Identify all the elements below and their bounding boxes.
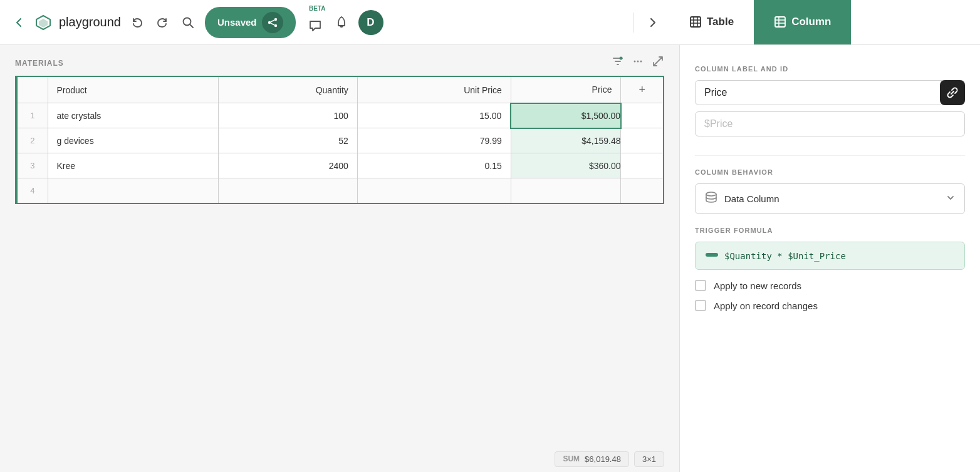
toolbar: playground Unsaved	[0, 0, 980, 45]
row-num-2: 2	[16, 128, 48, 153]
column-icon	[774, 16, 786, 28]
add-column-button[interactable]: +	[630, 83, 654, 96]
link-button[interactable]	[940, 80, 965, 105]
search-button[interactable]	[179, 13, 197, 32]
sum-badge: SUM $6,019.48	[555, 451, 629, 467]
cell-unit-price-2[interactable]: 79.99	[357, 128, 511, 153]
row-num-header	[16, 76, 48, 103]
table-row: 3 Kree 2400 0.15 $360.00	[16, 153, 664, 178]
dimensions-value: 3×1	[642, 454, 656, 464]
panel-tabs: Table Column	[669, 0, 970, 45]
row-num-1: 1	[16, 103, 48, 128]
svg-point-10	[637, 61, 639, 63]
cell-unit-price-3[interactable]: 0.15	[357, 153, 511, 178]
tab-table-label: Table	[707, 16, 734, 28]
cell-product-1[interactable]: ate crystals	[48, 103, 219, 128]
back-button[interactable]	[10, 14, 28, 31]
app-name[interactable]: playground	[59, 15, 121, 29]
svg-point-4	[268, 21, 270, 23]
expand-button[interactable]	[652, 55, 664, 71]
checkbox-apply-changes: Apply on record changes	[695, 300, 965, 311]
notification-button[interactable]	[332, 13, 351, 32]
section-divider-1	[695, 155, 965, 156]
cell-unit-price-4[interactable]	[357, 178, 511, 203]
sum-value: $6,019.48	[585, 454, 621, 464]
behavior-select[interactable]: Data Column	[695, 183, 965, 214]
avatar[interactable]: D	[358, 10, 383, 35]
formula-box[interactable]: $Quantity * $Unit_Price	[695, 242, 965, 270]
unsaved-button[interactable]: Unsaved	[205, 7, 296, 38]
svg-rect-13	[706, 253, 718, 257]
col-header-price[interactable]: Price	[511, 76, 621, 103]
column-id-input[interactable]	[695, 111, 965, 136]
cell-quantity-3[interactable]: 2400	[219, 153, 358, 178]
redo-button[interactable]	[154, 14, 171, 31]
table-row: 1 ate crystals 100 15.00 $1,500.00	[16, 103, 664, 128]
tab-column[interactable]: Column	[754, 0, 851, 44]
cell-quantity-4[interactable]	[219, 178, 358, 203]
toolbar-left: playground Unsaved	[10, 7, 623, 38]
col-header-product[interactable]: Product	[48, 76, 219, 103]
behavior-arrow-icon	[946, 193, 956, 205]
cell-price-2[interactable]: $4,159.48	[511, 128, 621, 153]
apply-new-checkbox[interactable]	[695, 280, 706, 291]
cell-quantity-1[interactable]: 100	[219, 103, 358, 128]
table-container: Product Quantity Unit Price Price + 1 at…	[0, 76, 679, 446]
svg-point-12	[706, 192, 716, 196]
section-header: MATERIALS	[0, 45, 679, 76]
tab-table[interactable]: Table	[669, 0, 754, 44]
svg-point-9	[634, 61, 636, 63]
cell-extra-3	[621, 153, 664, 178]
behavior-icon	[704, 190, 718, 207]
row-num-4: 4	[16, 178, 48, 203]
cell-price-3[interactable]: $360.00	[511, 153, 621, 178]
table-row: 2 g devices 52 79.99 $4,159.48	[16, 128, 664, 153]
section-actions	[612, 55, 664, 71]
section-title: MATERIALS	[15, 59, 64, 68]
cell-extra-1	[621, 103, 664, 128]
svg-marker-1	[39, 19, 48, 28]
toolbar-divider	[633, 13, 634, 33]
undo-button[interactable]	[128, 14, 146, 31]
comment-button[interactable]	[306, 16, 325, 35]
col-header-unit-price[interactable]: Unit Price	[357, 76, 511, 103]
beta-badge: BETA	[306, 10, 325, 35]
dimensions-badge: 3×1	[634, 451, 664, 467]
column-label-section: COLUMN LABEL AND ID	[695, 65, 965, 73]
data-table: Product Quantity Unit Price Price + 1 at…	[15, 76, 664, 204]
cell-price-1[interactable]: $1,500.00	[511, 103, 621, 128]
behavior-value: Data Column	[724, 193, 946, 204]
table-icon	[689, 16, 702, 28]
sum-label: SUM	[563, 454, 580, 464]
app-logo-icon	[35, 14, 51, 31]
cell-unit-price-1[interactable]: 15.00	[357, 103, 511, 128]
cell-product-4[interactable]	[48, 178, 219, 203]
forward-button[interactable]	[644, 14, 662, 31]
row-num-3: 3	[16, 153, 48, 178]
apply-new-label: Apply to new records	[714, 280, 801, 291]
checkbox-apply-new: Apply to new records	[695, 280, 965, 291]
column-label-input[interactable]	[695, 80, 965, 105]
cell-price-4[interactable]	[511, 178, 621, 203]
svg-point-8	[620, 57, 623, 60]
table-row-empty: 4	[16, 178, 664, 203]
cell-quantity-2[interactable]: 52	[219, 128, 358, 153]
col-header-quantity[interactable]: Quantity	[219, 76, 358, 103]
content-area: MATERIALS	[0, 45, 679, 472]
svg-rect-6	[691, 17, 701, 27]
column-label-row	[695, 80, 965, 111]
main-layout: MATERIALS	[0, 45, 980, 472]
beta-label: BETA	[309, 5, 325, 12]
filter-button[interactable]	[612, 55, 624, 71]
apply-changes-checkbox[interactable]	[695, 300, 706, 311]
right-panel: COLUMN LABEL AND ID COLUMN BEHAVIOR	[679, 45, 980, 472]
formula-icon	[706, 250, 718, 262]
cell-product-3[interactable]: Kree	[48, 153, 219, 178]
table-footer: SUM $6,019.48 3×1	[0, 446, 679, 472]
trigger-formula-section: TRIGGER FORMULA	[695, 227, 965, 234]
share-icon	[262, 12, 283, 33]
column-behavior-section: COLUMN BEHAVIOR	[695, 168, 965, 176]
cell-product-2[interactable]: g devices	[48, 128, 219, 153]
add-col-header: +	[621, 76, 664, 103]
more-button[interactable]	[632, 55, 644, 71]
